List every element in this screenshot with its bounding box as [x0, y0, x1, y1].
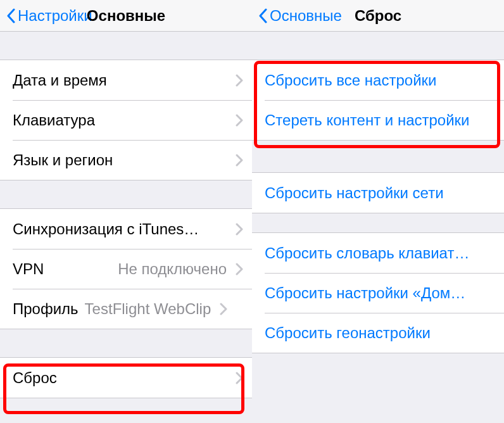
back-label: Основные — [270, 7, 342, 25]
pane-general: Настройки Основные Дата и время Клавиату… — [0, 0, 252, 423]
cell-label: Сбросить настройки «Дом… — [265, 284, 465, 302]
cell-label: Сбросить словарь клавиат… — [265, 244, 469, 262]
cell-label: Клавиатура — [13, 111, 95, 129]
cell-label: Дата и время — [13, 72, 107, 89]
cell-value: Не подключено — [118, 260, 227, 278]
cell-label: VPN — [13, 260, 44, 278]
chevron-right-icon — [220, 303, 227, 315]
cell-label: Стереть контент и настройки — [265, 111, 470, 129]
cell-reset[interactable]: Сброс — [0, 358, 252, 398]
cell-keyboard[interactable]: Клавиатура — [0, 100, 252, 140]
cell-reset-network[interactable]: Сбросить настройки сети — [252, 173, 504, 213]
cell-itunes-sync[interactable]: Синхронизация с iTunes… — [0, 209, 252, 249]
back-label: Настройки — [18, 7, 92, 25]
chevron-left-icon — [6, 8, 15, 23]
cell-reset-all-settings[interactable]: Сбросить все настройки — [252, 60, 504, 100]
content-general: Дата и время Клавиатура Язык и регион Си… — [0, 32, 252, 423]
navbar-reset: Основные Сброс — [252, 0, 504, 32]
back-button-general[interactable]: Основные — [258, 7, 342, 25]
cell-label: Язык и регион — [13, 151, 113, 169]
back-button-settings[interactable]: Настройки — [6, 7, 92, 25]
cell-label: Сбросить все настройки — [265, 72, 436, 89]
group-3: Сброс — [0, 357, 252, 398]
cell-vpn[interactable]: VPN Не подключено — [0, 249, 252, 289]
navbar-general: Настройки Основные — [0, 0, 252, 32]
chevron-right-icon — [236, 114, 243, 127]
chevron-right-icon — [236, 263, 243, 275]
group-reset-1: Сбросить все настройки Стереть контент и… — [252, 60, 504, 141]
chevron-right-icon — [236, 223, 243, 236]
cell-language-region[interactable]: Язык и регион — [0, 140, 252, 180]
chevron-right-icon — [236, 74, 243, 87]
cell-reset-keyboard-dict[interactable]: Сбросить словарь клавиат… — [252, 233, 504, 273]
cell-reset-location[interactable]: Сбросить геонастройки — [252, 313, 504, 353]
cell-value: TestFlight WebClip — [85, 300, 211, 318]
content-reset: Сбросить все настройки Стереть контент и… — [252, 32, 504, 423]
group-2: Синхронизация с iTunes… VPN Не подключен… — [0, 208, 252, 329]
cell-label: Сбросить геонастройки — [265, 324, 431, 342]
group-1: Дата и время Клавиатура Язык и регион — [0, 60, 252, 180]
group-reset-2: Сбросить настройки сети — [252, 172, 504, 213]
chevron-right-icon — [236, 154, 243, 167]
cell-reset-home[interactable]: Сбросить настройки «Дом… — [252, 273, 504, 313]
chevron-left-icon — [258, 8, 267, 23]
cell-erase-all[interactable]: Стереть контент и настройки — [252, 100, 504, 140]
nav-title-reset: Сброс — [355, 7, 401, 25]
cell-date-time[interactable]: Дата и время — [0, 60, 252, 100]
pane-reset: Основные Сброс Сбросить все настройки Ст… — [252, 0, 504, 423]
cell-label: Сброс — [13, 369, 57, 387]
nav-title-general: Основные — [87, 7, 165, 25]
cell-label: Профиль — [13, 300, 79, 318]
cell-profile[interactable]: Профиль TestFlight WebClip — [0, 289, 252, 329]
group-reset-3: Сбросить словарь клавиат… Сбросить настр… — [252, 232, 504, 353]
chevron-right-icon — [236, 372, 243, 384]
cell-label: Синхронизация с iTunes… — [13, 220, 199, 238]
cell-label: Сбросить настройки сети — [265, 184, 444, 202]
